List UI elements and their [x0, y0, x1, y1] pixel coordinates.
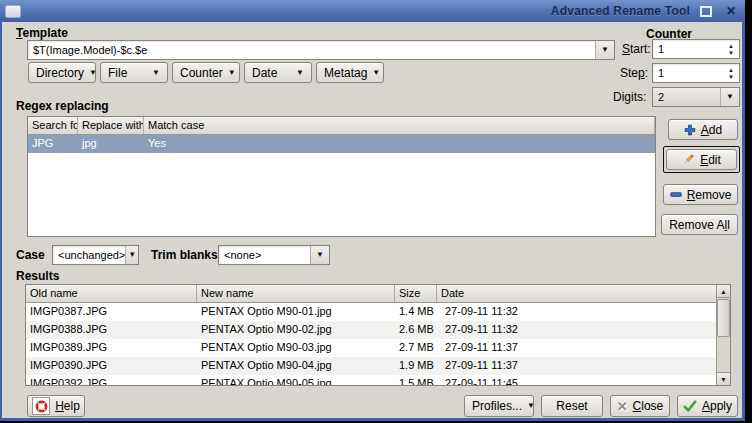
remove-all-button[interactable]: Remove All: [661, 214, 738, 235]
counter-menu-button[interactable]: Counter ▼: [172, 62, 240, 83]
old-name-cell: IMGP0389.JPG: [26, 339, 197, 357]
directory-menu-button[interactable]: Directory ▼: [28, 62, 96, 83]
chevron-down-icon: ▼: [89, 69, 97, 77]
edit-button[interactable]: Edit: [666, 149, 737, 170]
size-cell: 1.5 MB: [395, 375, 437, 386]
size-cell: 2.7 MB: [395, 339, 437, 357]
counter-start-label: Start:: [622, 42, 651, 56]
maximize-icon: [700, 6, 712, 17]
minus-icon: [670, 191, 682, 198]
column-header-replace-with[interactable]: Replace with: [78, 117, 144, 134]
case-label: Case: [16, 248, 45, 262]
results-table[interactable]: Old name New name Size Date IMGP0387.JPG…: [25, 284, 731, 386]
counter-step-spinbox[interactable]: 1 ▲ ▼: [652, 63, 740, 83]
old-name-cell: IMGP0390.JPG: [26, 357, 197, 375]
template-input[interactable]: [33, 44, 595, 56]
results-section-label: Results: [16, 269, 59, 283]
metatag-menu-label: Metatag: [324, 66, 367, 80]
column-header-size[interactable]: Size: [395, 285, 437, 302]
column-header-match-case[interactable]: Match case: [144, 117, 655, 134]
scroll-up-button[interactable]: ▲: [717, 285, 730, 298]
chevron-down-icon: ▼: [601, 46, 609, 54]
new-name-cell: PENTAX Optio M90-01.jpg: [197, 303, 395, 321]
template-dropdown-button[interactable]: ▼: [595, 41, 614, 59]
file-menu-label: File: [108, 66, 127, 80]
case-value: <unchanged>: [58, 249, 125, 261]
chevron-down-icon: ▼: [228, 69, 236, 77]
counter-digits-combobox[interactable]: 2 ▼: [652, 87, 740, 107]
maximize-button[interactable]: [697, 3, 715, 19]
file-menu-button[interactable]: File ▼: [100, 62, 168, 83]
size-cell: 2.6 MB: [395, 321, 437, 339]
result-row[interactable]: IMGP0387.JPG PENTAX Optio M90-01.jpg 1.4…: [26, 303, 716, 321]
chevron-down-icon: ▼: [527, 402, 535, 410]
case-combobox[interactable]: <unchanged> ▼: [52, 245, 139, 265]
close-icon: ✕: [726, 5, 736, 17]
column-header-old-name[interactable]: Old name: [26, 285, 197, 302]
trim-blanks-label: Trim blanks: [151, 248, 218, 262]
digits-dropdown-button[interactable]: ▼: [720, 88, 739, 106]
spin-up-icon: ▲: [728, 67, 734, 73]
counter-start-value: 1: [658, 43, 664, 55]
window-title: Advanced Rename Tool: [551, 4, 690, 18]
date-cell: 27-09-11 11:32: [437, 303, 716, 321]
result-row[interactable]: IMGP0392.JPG PENTAX Optio M90-05.jpg 1.5…: [26, 375, 716, 386]
reset-button[interactable]: Reset: [541, 395, 603, 417]
column-header-search-for[interactable]: Search for: [28, 117, 78, 134]
date-cell: 27-09-11 11:37: [437, 339, 716, 357]
close-x-icon: ✕: [617, 400, 628, 413]
close-button[interactable]: ✕ Close: [610, 395, 670, 417]
counter-menu-label: Counter: [180, 66, 223, 80]
search-for-cell: JPG: [28, 135, 78, 153]
date-cell: 27-09-11 11:37: [437, 357, 716, 375]
add-button-label: Add: [701, 123, 722, 137]
regex-rules-table[interactable]: Search for Replace with Match case JPG j…: [27, 116, 656, 237]
new-name-cell: PENTAX Optio M90-02.jpg: [197, 321, 395, 339]
counter-step-spin-buttons[interactable]: ▲ ▼: [723, 67, 739, 80]
scroll-down-icon: ▼: [720, 376, 727, 383]
close-button-label: Close: [633, 399, 664, 413]
column-header-date[interactable]: Date: [437, 285, 716, 302]
trim-blanks-combobox[interactable]: <none> ▼: [218, 245, 330, 265]
remove-button-label: Remove: [687, 188, 732, 202]
close-window-button[interactable]: ✕: [722, 3, 740, 19]
template-combobox[interactable]: ▼: [27, 40, 615, 60]
help-button-label: Help: [55, 399, 80, 413]
counter-start-spin-buttons[interactable]: ▲ ▼: [723, 43, 739, 56]
date-cell: 27-09-11 11:32: [437, 321, 716, 339]
help-button[interactable]: Help: [27, 395, 85, 417]
counter-digits-label: Digits:: [613, 90, 646, 104]
apply-button[interactable]: Apply: [677, 395, 738, 417]
date-menu-label: Date: [252, 66, 277, 80]
old-name-cell: IMGP0388.JPG: [26, 321, 197, 339]
plus-icon: [684, 124, 696, 136]
edit-button-focus-ring: Edit: [663, 146, 740, 173]
counter-digits-value: 2: [658, 91, 664, 103]
regex-rule-row[interactable]: JPG jpg Yes: [28, 135, 655, 153]
metatag-menu-button[interactable]: Metatag ▼: [316, 62, 384, 83]
window-menu-icon[interactable]: [5, 5, 21, 18]
case-dropdown-button[interactable]: ▼: [125, 246, 138, 264]
chevron-down-icon: ▼: [316, 251, 324, 259]
titlebar[interactable]: Advanced Rename Tool ✕: [0, 0, 745, 22]
new-name-cell: PENTAX Optio M90-03.jpg: [197, 339, 395, 357]
template-label: Template: [16, 26, 68, 40]
date-menu-button[interactable]: Date ▼: [244, 62, 312, 83]
edit-button-label: Edit: [700, 153, 721, 167]
add-button[interactable]: Add: [668, 119, 738, 140]
result-row[interactable]: IMGP0390.JPG PENTAX Optio M90-04.jpg 1.9…: [26, 357, 716, 375]
results-vertical-scrollbar[interactable]: ▲ ▼: [716, 285, 730, 385]
column-header-new-name[interactable]: New name: [197, 285, 395, 302]
trim-blanks-dropdown-button[interactable]: ▼: [310, 246, 329, 264]
profiles-menu-button[interactable]: Profiles... ▼: [464, 395, 534, 417]
result-row[interactable]: IMGP0388.JPG PENTAX Optio M90-02.jpg 2.6…: [26, 321, 716, 339]
desktop-background: Advanced Rename Tool ✕ Template ▼ Counte…: [0, 0, 752, 423]
counter-start-spinbox[interactable]: 1 ▲ ▼: [652, 39, 740, 59]
scroll-down-button[interactable]: ▼: [717, 372, 730, 385]
scrollbar-thumb[interactable]: [717, 299, 730, 337]
remove-button[interactable]: Remove: [663, 184, 738, 205]
result-row[interactable]: IMGP0389.JPG PENTAX Optio M90-03.jpg 2.7…: [26, 339, 716, 357]
chevron-down-icon: ▼: [152, 69, 160, 77]
match-case-cell: Yes: [144, 135, 655, 153]
directory-menu-label: Directory: [36, 66, 84, 80]
